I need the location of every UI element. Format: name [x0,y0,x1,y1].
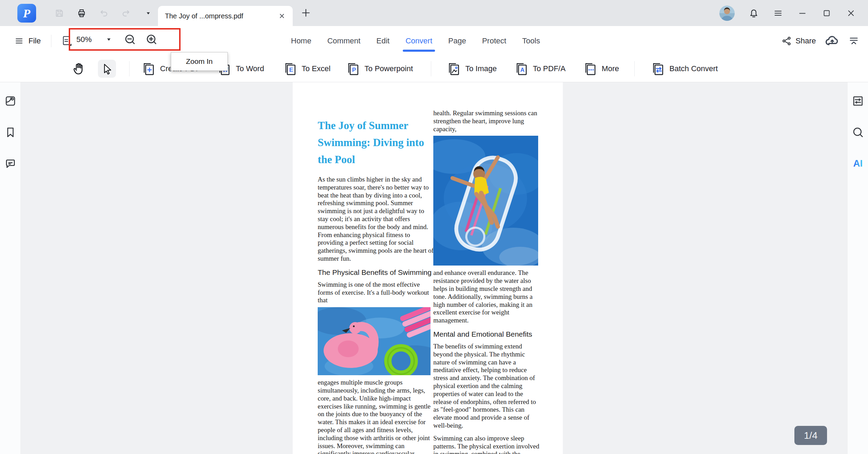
comments-panel-button[interactable] [4,157,17,170]
thumbnail-icon [5,95,16,107]
document-powerpoint-icon: P [347,62,360,76]
svg-text:AI: AI [853,158,862,169]
zoom-in-button[interactable] [145,33,158,46]
main-area: The Joy of Summer Swimming: Diving into … [0,82,868,454]
svg-text:A: A [520,67,524,73]
properties-icon [852,95,864,107]
page-indicator-value: 1/4 [804,430,818,441]
titlebar: P [0,0,868,26]
collapse-toolbar-button[interactable] [849,36,859,46]
document-pdfa-icon: A [515,62,529,76]
paragraph: Swimming can also improve sleep patterns… [433,435,540,454]
search-panel-button[interactable] [852,126,864,138]
app-menu-button[interactable] [773,8,783,18]
document-canvas[interactable]: The Joy of Summer Swimming: Diving into … [21,82,847,454]
tab-tools[interactable]: Tools [522,34,540,48]
file-menu-icon [15,36,24,45]
select-tool-button[interactable] [98,60,116,78]
to-excel-button[interactable]: E To Excel [284,62,331,76]
document-dots-icon [584,62,598,76]
ai-assistant-button[interactable]: AI [852,157,864,170]
zoom-caret-down-icon[interactable] [106,37,111,42]
tab-protect[interactable]: Protect [482,34,506,48]
ribbon-tabs: Home Comment Edit Convert Page Protect T… [291,26,540,56]
page-right-column: health. Regular swimming sessions can st… [433,109,540,454]
page-indicator: 1/4 [794,426,827,445]
doc-title: The Joy of Summer Swimming: Diving into … [318,117,440,168]
tab-close-button[interactable] [278,12,286,20]
tab-edit[interactable]: Edit [376,34,390,48]
cursor-icon [101,63,113,75]
app-logo-icon[interactable]: P [17,4,36,23]
hand-tool-button[interactable] [72,62,86,76]
caret-down-icon [146,11,151,16]
share-group: Share [782,26,859,56]
svg-text:P: P [352,67,356,73]
separator [634,61,635,76]
window-controls [719,6,856,21]
svg-text:E: E [289,67,293,73]
to-pdfa-button[interactable]: A To PDF/A [515,62,566,76]
file-label: File [28,36,41,45]
tab-comment[interactable]: Comment [327,34,360,48]
separator [129,61,130,76]
to-image-button[interactable]: To Image [447,62,497,76]
svg-text:P: P [23,7,31,20]
tab-home[interactable]: Home [291,34,311,48]
document-image-icon [447,62,461,76]
properties-panel-button[interactable] [852,95,864,107]
tab-page[interactable]: Page [448,34,466,48]
zoom-level-value[interactable]: 50% [76,35,92,44]
more-actions-caret[interactable] [143,8,153,18]
paragraph: engages multiple muscle groups simultane… [318,379,434,454]
minimize-button[interactable] [797,8,808,18]
thumbnails-panel-button[interactable] [4,95,17,107]
pdfelement-window: P [0,0,868,454]
zoom-out-button[interactable] [124,33,136,46]
separator [51,35,51,47]
maximize-icon [821,8,832,18]
hamburger-icon [773,8,783,19]
tab-convert[interactable]: Convert [406,34,432,48]
to-powerpoint-button[interactable]: P To Powerpoint [347,62,413,76]
more-convert-button[interactable]: More [584,62,619,76]
print-button[interactable] [76,8,87,18]
share-button[interactable]: Share [782,36,816,46]
menubar: File 50% Home Comme [0,26,868,56]
maximize-button[interactable] [821,8,832,18]
document-swap-icon [651,62,665,76]
page-left-column: The Joy of Summer Swimming: Diving into … [318,117,434,454]
bookmarks-panel-button[interactable] [4,126,17,138]
zoom-annotation-box: 50% [69,28,181,51]
new-tab-button[interactable] [301,8,311,18]
share-label: Share [795,36,816,45]
minimize-icon [797,8,808,18]
section-heading: Mental and Emotional Benefits [433,330,540,338]
cloud-upload-button[interactable] [825,34,840,48]
section-heading: The Physical Benefits of Swimming [318,268,434,277]
comment-icon [5,158,16,169]
document-excel-icon: E [284,62,298,76]
paragraph: The benefits of swimming extend beyond t… [433,343,540,430]
file-menu[interactable]: File [15,36,41,45]
paragraph: and enhance overall endurance. The resis… [433,269,540,325]
left-panel-rail [0,82,21,454]
user-avatar[interactable] [719,6,735,21]
paragraph: health. Regular swimming sessions can st… [433,109,540,133]
close-button[interactable] [846,8,856,18]
paragraph: As the sun climbs higher in the sky and … [318,176,434,263]
document-tab[interactable]: The Joy of ...ompress.pdf [158,6,293,26]
undo-button[interactable] [99,8,109,18]
convert-ribbon: Create PDF W To Word E To Excel P [0,56,868,82]
search-icon [852,126,864,138]
notifications-button[interactable] [749,8,759,18]
pool-float-photo [433,136,538,266]
pdf-page: The Joy of Summer Swimming: Diving into … [293,82,563,454]
right-panel-rail: AI [847,82,868,454]
batch-convert-button[interactable]: Batch Convert [651,62,718,76]
redo-button[interactable] [121,8,131,18]
print-icon [76,8,87,18]
save-icon [54,8,65,18]
zoom-in-tooltip: Zoom In [171,52,228,71]
save-button[interactable] [54,8,65,18]
